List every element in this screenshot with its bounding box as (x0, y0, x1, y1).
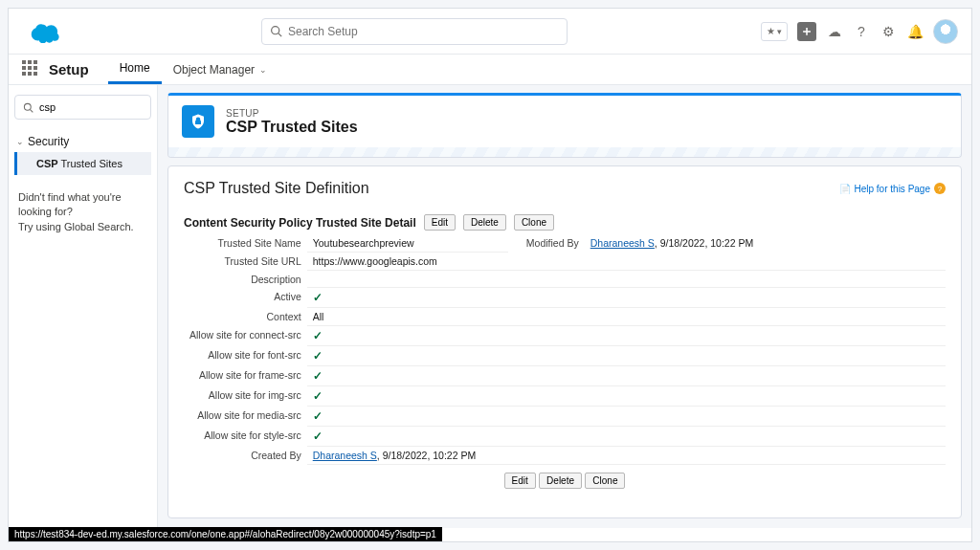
check-icon: ✓ (313, 329, 323, 342)
sidebar-search[interactable] (14, 95, 151, 120)
sidebar-search-input[interactable] (39, 101, 143, 113)
table-row: Trusted Site URLhttps://www.googleapis.c… (184, 253, 946, 271)
global-search[interactable] (261, 18, 568, 45)
header-actions: ★▾ ＋ ☁ ? ⚙ 🔔 (761, 19, 958, 44)
table-row: ContextAll (184, 308, 946, 326)
clone-button-bottom[interactable]: Clone (585, 473, 625, 489)
table-row: Allow site for style-src✓ (184, 427, 946, 447)
clone-button[interactable]: Clone (514, 214, 554, 231)
header-pattern (168, 147, 961, 157)
sidebar-item-csp-trusted-sites[interactable]: CSP Trusted Sites (14, 152, 151, 175)
table-row: Allow site for connect-src✓ (184, 326, 946, 346)
check-icon: ✓ (313, 389, 323, 403)
setup-gear-icon[interactable]: ⚙ (880, 23, 897, 40)
table-row: Allow site for font-src✓ (184, 346, 946, 366)
chevron-down-icon: ⌄ (259, 55, 267, 84)
salesforce-help-icon[interactable]: ☁ (826, 23, 843, 40)
global-create-button[interactable]: ＋ (797, 22, 816, 41)
search-icon (23, 102, 33, 113)
app-frame: ★▾ ＋ ☁ ? ⚙ 🔔 Setup Home Object Manager⌄ … (8, 8, 972, 542)
table-row: Allow site for img-src✓ (184, 386, 946, 407)
classic-body: CSP Trusted Site Definition 📄Help for th… (167, 165, 962, 518)
edit-button[interactable]: Edit (424, 214, 456, 231)
svg-line-3 (31, 109, 33, 112)
app-name: Setup (49, 55, 89, 84)
modified-by-user-link[interactable]: Dharaneesh S (590, 237, 655, 249)
table-row: Trusted Site Name Youtubesearchpreview M… (184, 234, 946, 253)
detail-section-title: Content Security Policy Trusted Site Det… (184, 216, 416, 230)
sidebar-global-search-hint: Didn't find what you're looking for? Try… (14, 190, 151, 234)
table-row: Description (184, 271, 946, 288)
help-icon[interactable]: ? (853, 23, 870, 40)
detail-table: Trusted Site Name Youtubesearchpreview M… (184, 234, 946, 465)
check-icon: ✓ (313, 349, 323, 363)
tab-home[interactable]: Home (108, 55, 162, 84)
search-icon (270, 25, 282, 37)
notifications-icon[interactable]: 🔔 (906, 23, 924, 40)
main: ⌄ Security CSP Trusted Sites Didn't find… (9, 85, 971, 528)
help-for-this-page-link[interactable]: 📄Help for this Page? (839, 183, 947, 194)
edit-button-bottom[interactable]: Edit (504, 473, 536, 489)
avatar[interactable] (933, 19, 958, 44)
page-eyebrow: SETUP (226, 108, 358, 119)
browser-status-bar: https://test834-dev-ed.my.salesforce.com… (9, 527, 442, 541)
page-title: CSP Trusted Sites (226, 119, 358, 136)
chevron-down-icon: ⌄ (16, 137, 24, 146)
sidebar-section-security[interactable]: ⌄ Security (14, 131, 151, 152)
shield-icon (182, 105, 214, 138)
svg-point-0 (272, 27, 279, 34)
nav-tabs: Setup Home Object Manager⌄ (9, 55, 971, 85)
page-header-card: SETUP CSP Trusted Sites (167, 93, 962, 158)
table-row: Allow site for media-src✓ (184, 407, 946, 427)
setup-sidebar: ⌄ Security CSP Trusted Sites Didn't find… (9, 85, 158, 528)
bottom-button-row: Edit Delete Clone (184, 473, 946, 489)
check-icon: ✓ (313, 291, 323, 304)
favorite-button[interactable]: ★▾ (761, 22, 788, 41)
check-icon: ✓ (313, 429, 323, 443)
global-search-input[interactable] (288, 25, 559, 38)
record-title: CSP Trusted Site Definition (184, 180, 369, 197)
created-by-user-link[interactable]: Dharaneesh S (313, 450, 377, 461)
svg-point-2 (24, 103, 31, 110)
global-header: ★▾ ＋ ☁ ? ⚙ 🔔 (9, 9, 971, 55)
delete-button[interactable]: Delete (463, 214, 506, 231)
table-row: Allow site for frame-src✓ (184, 366, 946, 386)
table-row: Active✓ (184, 288, 946, 308)
table-row: Created By Dharaneesh S, 9/18/2022, 10:2… (184, 447, 946, 465)
svg-line-1 (278, 33, 281, 36)
content-area: SETUP CSP Trusted Sites CSP Trusted Site… (158, 85, 971, 528)
check-icon: ✓ (313, 369, 323, 383)
salesforce-logo-icon (28, 20, 62, 43)
check-icon: ✓ (313, 409, 323, 423)
tab-object-manager[interactable]: Object Manager⌄ (162, 55, 278, 84)
app-launcher-icon[interactable] (22, 60, 41, 79)
delete-button-bottom[interactable]: Delete (539, 473, 582, 489)
